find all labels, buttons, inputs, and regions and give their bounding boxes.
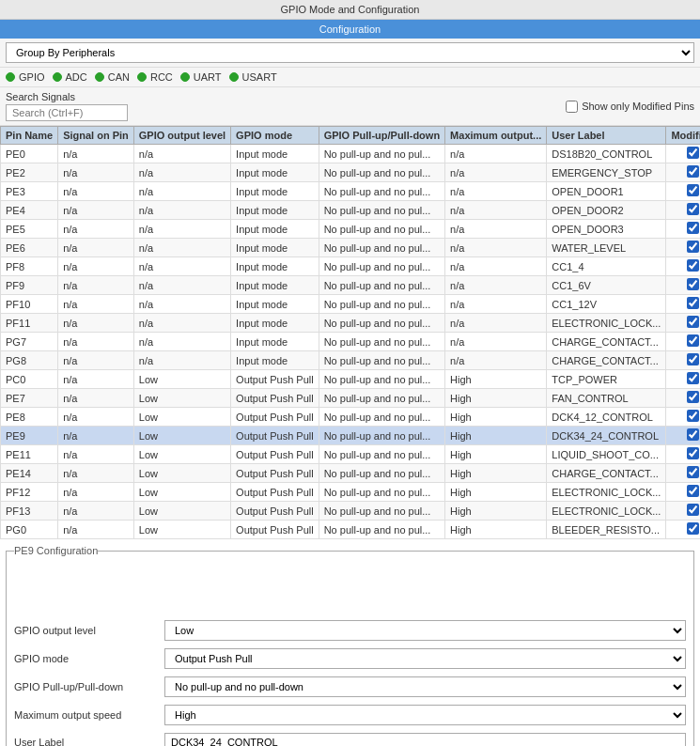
table-row[interactable]: PC0 n/a Low Output Push Pull No pull-up … xyxy=(1,370,701,389)
tab-adc[interactable]: ADC xyxy=(53,71,87,83)
modified-checkbox[interactable] xyxy=(687,372,699,384)
cell-max: n/a xyxy=(445,295,547,314)
table-row[interactable]: PE11 n/a Low Output Push Pull No pull-up… xyxy=(1,445,701,464)
cell-level: n/a xyxy=(133,295,230,314)
tab-rcc[interactable]: RCC xyxy=(137,71,173,83)
table-row[interactable]: PG0 n/a Low Output Push Pull No pull-up … xyxy=(1,521,701,539)
tab-usart[interactable]: USART xyxy=(229,71,277,83)
cell-modified xyxy=(666,389,700,408)
user-label-input[interactable] xyxy=(164,733,686,746)
config-spacer xyxy=(14,564,686,620)
modified-checkbox[interactable] xyxy=(687,203,699,215)
table-container: Pin Name Signal on Pin GPIO output level… xyxy=(0,126,700,539)
modified-checkbox[interactable] xyxy=(687,522,699,535)
cell-label: DCK4_12_CONTROL xyxy=(547,408,666,427)
gpio-pull-select[interactable]: No pull-up and no pull-down Pull-up Pull… xyxy=(164,676,686,697)
table-row[interactable]: PE0 n/a n/a Input mode No pull-up and no… xyxy=(1,145,701,163)
table-row[interactable]: PE3 n/a n/a Input mode No pull-up and no… xyxy=(1,182,701,201)
cell-level: n/a xyxy=(133,145,230,163)
cell-max: n/a xyxy=(445,314,547,333)
cell-level: Low xyxy=(133,502,230,521)
modified-checkbox[interactable] xyxy=(687,259,699,272)
cell-pin: PF9 xyxy=(1,276,58,295)
cell-mode: Input mode xyxy=(231,333,319,351)
modified-checkbox[interactable] xyxy=(687,297,699,309)
cell-mode: Output Push Pull xyxy=(231,521,319,539)
modified-checkbox[interactable] xyxy=(687,447,699,459)
search-input[interactable] xyxy=(6,104,128,121)
modified-checkbox[interactable] xyxy=(687,241,699,253)
cell-mode: Input mode xyxy=(231,182,319,201)
cell-level: n/a xyxy=(133,257,230,276)
gpio-pull-label: GPIO Pull-up/Pull-down xyxy=(14,681,164,692)
table-row[interactable]: PF13 n/a Low Output Push Pull No pull-up… xyxy=(1,502,701,521)
col-label: User Label xyxy=(547,127,666,145)
table-row[interactable]: PF9 n/a n/a Input mode No pull-up and no… xyxy=(1,276,701,295)
gpio-mode-select[interactable]: Output Push Pull Input mode xyxy=(164,648,686,669)
table-row[interactable]: PF8 n/a n/a Input mode No pull-up and no… xyxy=(1,257,701,276)
table-row[interactable]: PE7 n/a Low Output Push Pull No pull-up … xyxy=(1,389,701,408)
cell-modified xyxy=(666,370,700,389)
tab-can-dot xyxy=(95,72,104,82)
table-row[interactable]: PF10 n/a n/a Input mode No pull-up and n… xyxy=(1,295,701,314)
cell-max: High xyxy=(445,427,547,445)
modified-checkbox[interactable] xyxy=(687,184,699,196)
cell-label: DS18B20_CONTROL xyxy=(547,145,666,163)
table-body: PE0 n/a n/a Input mode No pull-up and no… xyxy=(1,145,701,539)
modified-checkbox[interactable] xyxy=(687,466,699,478)
cell-pin: PE4 xyxy=(1,201,58,220)
max-output-speed-select[interactable]: High Low Medium xyxy=(164,705,686,725)
modified-checkbox[interactable] xyxy=(687,165,699,178)
cell-label: DCK34_24_CONTROL xyxy=(547,427,666,445)
tab-uart-label: UART xyxy=(194,71,222,83)
modified-checkbox[interactable] xyxy=(687,222,699,234)
table-row[interactable]: PE14 n/a Low Output Push Pull No pull-up… xyxy=(1,464,701,483)
modified-checkbox[interactable] xyxy=(687,278,699,290)
tab-can[interactable]: CAN xyxy=(95,71,130,83)
user-label-field-label: User Label xyxy=(14,737,164,746)
table-row[interactable]: PE4 n/a n/a Input mode No pull-up and no… xyxy=(1,201,701,220)
table-row[interactable]: PF12 n/a Low Output Push Pull No pull-up… xyxy=(1,483,701,502)
cell-pull: No pull-up and no pul... xyxy=(319,314,444,333)
tab-gpio[interactable]: GPIO xyxy=(6,71,45,83)
modified-checkbox[interactable] xyxy=(687,485,699,497)
table-row[interactable]: PE5 n/a n/a Input mode No pull-up and no… xyxy=(1,220,701,239)
show-modified-checkbox[interactable] xyxy=(566,101,578,113)
cell-signal: n/a xyxy=(58,427,134,445)
modified-checkbox[interactable] xyxy=(687,410,699,422)
table-row[interactable]: PE6 n/a n/a Input mode No pull-up and no… xyxy=(1,239,701,257)
modified-checkbox[interactable] xyxy=(687,353,699,365)
cell-pull: No pull-up and no pul... xyxy=(319,408,444,427)
table-row[interactable]: PE9 n/a Low Output Push Pull No pull-up … xyxy=(1,427,701,445)
gpio-output-level-select[interactable]: Low High xyxy=(164,620,686,641)
modified-checkbox[interactable] xyxy=(687,316,699,328)
modified-checkbox[interactable] xyxy=(687,147,699,159)
col-pin-name: Pin Name xyxy=(1,127,58,145)
cell-level: n/a xyxy=(133,351,230,370)
table-row[interactable]: PF11 n/a n/a Input mode No pull-up and n… xyxy=(1,314,701,333)
col-level: GPIO output level xyxy=(133,127,230,145)
modified-checkbox[interactable] xyxy=(687,504,699,516)
cell-modified xyxy=(666,408,700,427)
title-bar: GPIO Mode and Configuration xyxy=(0,0,700,20)
cell-pull: No pull-up and no pul... xyxy=(319,182,444,201)
table-row[interactable]: PE8 n/a Low Output Push Pull No pull-up … xyxy=(1,408,701,427)
modified-checkbox[interactable] xyxy=(687,334,699,347)
cell-max: High xyxy=(445,389,547,408)
table-row[interactable]: PG7 n/a n/a Input mode No pull-up and no… xyxy=(1,333,701,351)
tab-gpio-label: GPIO xyxy=(19,71,45,83)
cell-level: Low xyxy=(133,483,230,502)
modified-checkbox[interactable] xyxy=(687,391,699,403)
cell-level: Low xyxy=(133,389,230,408)
table-row[interactable]: PG8 n/a n/a Input mode No pull-up and no… xyxy=(1,351,701,370)
group-by-select[interactable]: Group By Peripherals Group By Mode Group… xyxy=(6,42,694,63)
config-header: Configuration xyxy=(0,20,700,39)
cell-label: CHARGE_CONTACT... xyxy=(547,351,666,370)
cell-modified xyxy=(666,145,700,163)
cell-pull: No pull-up and no pul... xyxy=(319,295,444,314)
tab-uart[interactable]: UART xyxy=(180,71,222,83)
cell-pull: No pull-up and no pul... xyxy=(319,502,444,521)
table-row[interactable]: PE2 n/a n/a Input mode No pull-up and no… xyxy=(1,163,701,182)
modified-checkbox[interactable] xyxy=(687,428,699,441)
col-max: Maximum output... xyxy=(445,127,547,145)
